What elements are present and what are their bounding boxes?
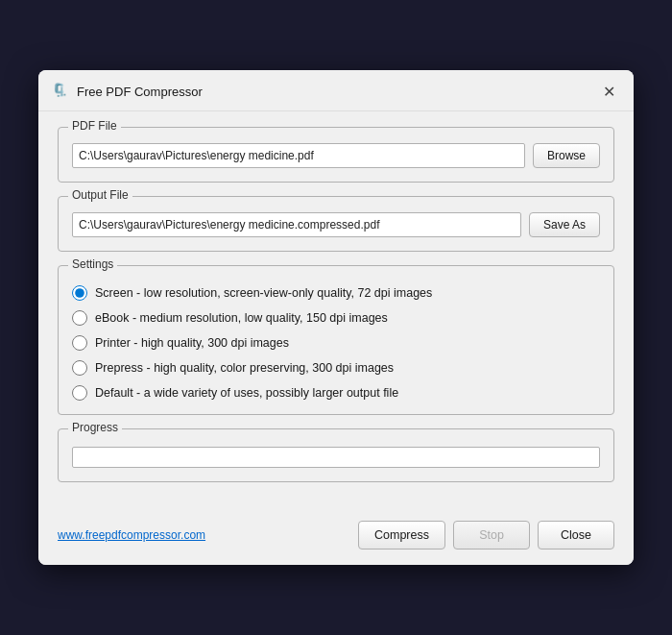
radio-printer[interactable] — [72, 335, 87, 351]
main-window: 🗜️ Free PDF Compressor ✕ PDF File Browse… — [38, 70, 634, 565]
browse-button[interactable]: Browse — [533, 143, 600, 168]
radio-printer-label: Printer - high quality, 300 dpi images — [95, 336, 289, 350]
radio-screen-label: Screen - low resolution, screen-view-onl… — [95, 286, 432, 300]
save-as-button[interactable]: Save As — [529, 212, 600, 237]
radio-default[interactable] — [72, 385, 87, 401]
progress-bar-container — [72, 447, 600, 468]
footer: www.freepdfcompressor.com Compress Stop … — [38, 511, 634, 565]
pdf-file-input[interactable] — [72, 143, 525, 168]
radio-prepress[interactable] — [72, 360, 87, 376]
output-file-input[interactable] — [72, 212, 521, 237]
radio-ebook-label: eBook - medium resolution, low quality, … — [95, 311, 388, 325]
radio-ebook[interactable] — [72, 310, 87, 326]
radio-screen[interactable] — [72, 285, 87, 301]
radio-option-4: Prepress - high quality, color preservin… — [72, 360, 600, 376]
output-file-group: Output File Save As — [58, 196, 614, 252]
radio-option-1: Screen - low resolution, screen-view-onl… — [72, 285, 600, 301]
progress-group: Progress — [58, 428, 614, 482]
radio-default-label: Default - a wide variety of uses, possib… — [95, 386, 398, 400]
radio-option-2: eBook - medium resolution, low quality, … — [72, 310, 600, 326]
footer-buttons: Compress Stop Close — [358, 521, 614, 550]
progress-label: Progress — [68, 421, 122, 434]
app-icon: 🗜️ — [52, 83, 69, 100]
pdf-file-row: Browse — [72, 143, 600, 168]
content-area: PDF File Browse Output File Save As Sett… — [38, 111, 634, 511]
settings-label: Settings — [68, 257, 117, 271]
output-file-label: Output File — [68, 188, 132, 202]
window-title: Free PDF Compressor — [77, 85, 203, 99]
pdf-file-group: PDF File Browse — [58, 127, 614, 183]
output-file-row: Save As — [72, 212, 600, 237]
stop-button[interactable]: Stop — [453, 521, 530, 550]
radio-prepress-label: Prepress - high quality, color preservin… — [95, 361, 394, 375]
settings-group: Settings Screen - low resolution, screen… — [58, 265, 614, 415]
compress-button[interactable]: Compress — [358, 521, 445, 550]
title-bar: 🗜️ Free PDF Compressor ✕ — [38, 70, 634, 111]
website-link[interactable]: www.freepdfcompressor.com — [58, 528, 205, 542]
window-close-button[interactable]: ✕ — [597, 80, 620, 103]
close-button[interactable]: Close — [538, 521, 614, 550]
radio-option-5: Default - a wide variety of uses, possib… — [72, 385, 600, 401]
pdf-file-label: PDF File — [68, 119, 121, 133]
title-bar-left: 🗜️ Free PDF Compressor — [52, 83, 203, 100]
radio-option-3: Printer - high quality, 300 dpi images — [72, 335, 600, 351]
